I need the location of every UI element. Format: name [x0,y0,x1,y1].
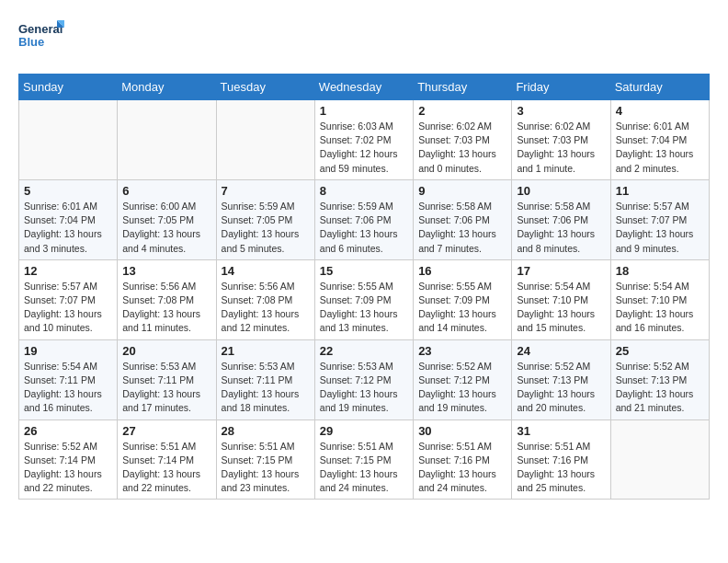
day-info: Sunrise: 5:52 AMSunset: 7:13 PMDaylight:… [616,360,704,416]
calendar-cell: 5Sunrise: 6:01 AMSunset: 7:04 PMDaylight… [19,179,118,259]
day-info: Sunrise: 5:58 AMSunset: 7:06 PMDaylight:… [418,200,506,256]
day-number: 25 [616,344,704,358]
calendar-cell: 15Sunrise: 5:55 AMSunset: 7:09 PMDayligh… [314,259,413,339]
day-info: Sunrise: 5:54 AMSunset: 7:10 PMDaylight:… [616,280,704,336]
day-info: Sunrise: 5:51 AMSunset: 7:15 PMDaylight:… [222,440,310,496]
day-number: 4 [616,104,704,118]
calendar-cell: 17Sunrise: 5:54 AMSunset: 7:10 PMDayligh… [512,259,610,339]
calendar-cell: 11Sunrise: 5:57 AMSunset: 7:07 PMDayligh… [610,179,709,259]
day-number: 11 [616,184,704,198]
weekday-header: Monday [118,75,216,100]
day-number: 17 [517,264,605,278]
weekday-header: Sunday [19,75,118,100]
logo: General Blue [18,18,64,59]
calendar-cell: 18Sunrise: 5:54 AMSunset: 7:10 PMDayligh… [610,259,709,339]
day-info: Sunrise: 6:00 AMSunset: 7:05 PMDaylight:… [122,200,210,256]
calendar-cell: 12Sunrise: 5:57 AMSunset: 7:07 PMDayligh… [19,259,118,339]
day-number: 1 [320,104,408,118]
day-info: Sunrise: 5:56 AMSunset: 7:08 PMDaylight:… [222,280,310,336]
day-info: Sunrise: 5:59 AMSunset: 7:06 PMDaylight:… [320,200,408,256]
calendar-cell [19,100,118,180]
calendar-cell: 27Sunrise: 5:51 AMSunset: 7:14 PMDayligh… [118,419,216,500]
calendar-cell: 29Sunrise: 5:51 AMSunset: 7:15 PMDayligh… [314,419,413,500]
calendar-week-row: 26Sunrise: 5:52 AMSunset: 7:14 PMDayligh… [19,419,710,500]
day-info: Sunrise: 5:55 AMSunset: 7:09 PMDaylight:… [320,280,408,336]
day-info: Sunrise: 5:51 AMSunset: 7:15 PMDaylight:… [320,440,408,496]
calendar-cell: 8Sunrise: 5:59 AMSunset: 7:06 PMDaylight… [314,179,413,259]
day-info: Sunrise: 5:51 AMSunset: 7:14 PMDaylight:… [122,440,210,496]
logo-svg: General Blue [18,18,64,59]
weekday-header: Tuesday [216,75,314,100]
calendar-cell: 2Sunrise: 6:02 AMSunset: 7:03 PMDaylight… [414,100,512,180]
calendar-cell [118,100,216,180]
day-info: Sunrise: 5:53 AMSunset: 7:11 PMDaylight:… [222,360,310,416]
day-number: 18 [616,264,704,278]
day-number: 27 [122,424,210,438]
day-info: Sunrise: 5:55 AMSunset: 7:09 PMDaylight:… [418,280,506,336]
calendar-week-row: 12Sunrise: 5:57 AMSunset: 7:07 PMDayligh… [19,259,710,339]
day-number: 23 [418,344,506,358]
calendar-cell: 20Sunrise: 5:53 AMSunset: 7:11 PMDayligh… [118,339,216,419]
day-info: Sunrise: 6:02 AMSunset: 7:03 PMDaylight:… [517,120,605,176]
calendar-week-row: 19Sunrise: 5:54 AMSunset: 7:11 PMDayligh… [19,339,710,419]
weekday-header: Saturday [610,75,709,100]
day-info: Sunrise: 5:58 AMSunset: 7:06 PMDaylight:… [517,200,605,256]
day-number: 2 [418,104,506,118]
day-info: Sunrise: 5:57 AMSunset: 7:07 PMDaylight:… [616,200,704,256]
day-info: Sunrise: 5:52 AMSunset: 7:14 PMDaylight:… [24,440,112,496]
day-info: Sunrise: 5:53 AMSunset: 7:11 PMDaylight:… [122,360,210,416]
calendar-cell: 21Sunrise: 5:53 AMSunset: 7:11 PMDayligh… [216,339,314,419]
calendar-cell: 4Sunrise: 6:01 AMSunset: 7:04 PMDaylight… [610,100,709,180]
day-number: 14 [222,264,310,278]
day-info: Sunrise: 5:52 AMSunset: 7:12 PMDaylight:… [418,360,506,416]
calendar-cell: 23Sunrise: 5:52 AMSunset: 7:12 PMDayligh… [414,339,512,419]
day-info: Sunrise: 5:51 AMSunset: 7:16 PMDaylight:… [418,440,506,496]
day-info: Sunrise: 5:51 AMSunset: 7:16 PMDaylight:… [517,440,605,496]
calendar-week-row: 1Sunrise: 6:03 AMSunset: 7:02 PMDaylight… [19,100,710,180]
day-info: Sunrise: 6:01 AMSunset: 7:04 PMDaylight:… [24,200,112,256]
svg-text:General: General [18,22,63,36]
weekday-header: Thursday [414,75,512,100]
calendar-table: SundayMondayTuesdayWednesdayThursdayFrid… [18,74,710,500]
calendar-cell: 1Sunrise: 6:03 AMSunset: 7:02 PMDaylight… [314,100,413,180]
day-info: Sunrise: 6:01 AMSunset: 7:04 PMDaylight:… [616,120,704,176]
day-info: Sunrise: 5:52 AMSunset: 7:13 PMDaylight:… [517,360,605,416]
day-number: 26 [24,424,112,438]
calendar-cell: 26Sunrise: 5:52 AMSunset: 7:14 PMDayligh… [19,419,118,500]
day-number: 16 [418,264,506,278]
calendar-cell: 9Sunrise: 5:58 AMSunset: 7:06 PMDaylight… [414,179,512,259]
calendar-cell: 16Sunrise: 5:55 AMSunset: 7:09 PMDayligh… [414,259,512,339]
day-number: 22 [320,344,408,358]
day-info: Sunrise: 5:59 AMSunset: 7:05 PMDaylight:… [222,200,310,256]
day-info: Sunrise: 5:57 AMSunset: 7:07 PMDaylight:… [24,280,112,336]
calendar-cell: 10Sunrise: 5:58 AMSunset: 7:06 PMDayligh… [512,179,610,259]
weekday-header: Wednesday [314,75,413,100]
calendar-cell: 13Sunrise: 5:56 AMSunset: 7:08 PMDayligh… [118,259,216,339]
day-number: 30 [418,424,506,438]
day-number: 9 [418,184,506,198]
day-number: 13 [122,264,210,278]
calendar-cell: 22Sunrise: 5:53 AMSunset: 7:12 PMDayligh… [314,339,413,419]
day-number: 21 [222,344,310,358]
calendar-cell: 31Sunrise: 5:51 AMSunset: 7:16 PMDayligh… [512,419,610,500]
day-number: 29 [320,424,408,438]
calendar-cell [216,100,314,180]
calendar-cell: 7Sunrise: 5:59 AMSunset: 7:05 PMDaylight… [216,179,314,259]
calendar-cell: 28Sunrise: 5:51 AMSunset: 7:15 PMDayligh… [216,419,314,500]
calendar-cell [610,419,709,500]
day-info: Sunrise: 6:02 AMSunset: 7:03 PMDaylight:… [418,120,506,176]
day-number: 12 [24,264,112,278]
day-info: Sunrise: 5:56 AMSunset: 7:08 PMDaylight:… [122,280,210,336]
day-number: 24 [517,344,605,358]
calendar-cell: 25Sunrise: 5:52 AMSunset: 7:13 PMDayligh… [610,339,709,419]
day-info: Sunrise: 5:54 AMSunset: 7:11 PMDaylight:… [24,360,112,416]
calendar-cell: 30Sunrise: 5:51 AMSunset: 7:16 PMDayligh… [414,419,512,500]
day-info: Sunrise: 5:53 AMSunset: 7:12 PMDaylight:… [320,360,408,416]
day-number: 5 [24,184,112,198]
calendar-week-row: 5Sunrise: 6:01 AMSunset: 7:04 PMDaylight… [19,179,710,259]
day-number: 3 [517,104,605,118]
day-number: 15 [320,264,408,278]
calendar-cell: 14Sunrise: 5:56 AMSunset: 7:08 PMDayligh… [216,259,314,339]
day-number: 19 [24,344,112,358]
day-number: 20 [122,344,210,358]
